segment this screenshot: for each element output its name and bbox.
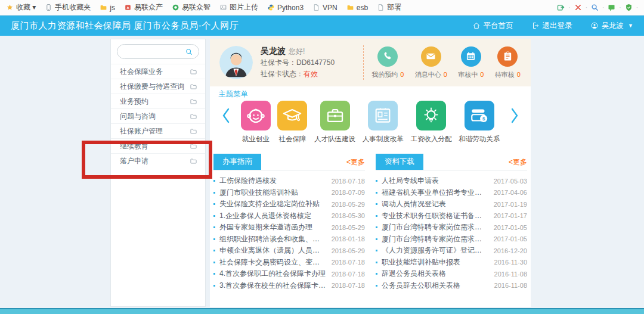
download-list-item[interactable]: 职业技能培训补贴申报表 2016-11-30 bbox=[376, 257, 527, 269]
bullet-icon bbox=[376, 250, 377, 251]
bookmark-item[interactable]: 易联众智 bbox=[172, 2, 210, 13]
theme-tile[interactable]: 社会保障 bbox=[277, 101, 307, 144]
platform-home-link[interactable]: 平台首页 bbox=[472, 21, 513, 31]
bookmark-item[interactable]: 图片上传 bbox=[219, 2, 258, 13]
sidebar-menu-item[interactable]: 落户申请 bbox=[111, 153, 205, 168]
download-list-item[interactable]: 福建省机关事业单位招考专业指导目录（... 2017-04-06 bbox=[376, 187, 527, 199]
guide-list-item[interactable]: 组织职业招聘洽谈会和收集、发布职业供... 2018-01-18 bbox=[213, 234, 365, 245]
bookmark-item[interactable]: js bbox=[100, 4, 115, 12]
item-title: 调动人员情况登记表 bbox=[382, 199, 494, 209]
shield-icon[interactable] bbox=[624, 3, 633, 12]
search-input[interactable] bbox=[123, 48, 185, 56]
close-icon[interactable] bbox=[574, 3, 583, 12]
guide-list: 工伤保险待遇核发 2018-07-18 厦门市职业技能培训补贴 2018-07-… bbox=[213, 175, 365, 291]
guide-list-item[interactable]: 工伤保险待遇核发 2018-07-18 bbox=[213, 175, 365, 187]
baby-face-icon bbox=[241, 101, 271, 130]
chevron-right-icon bbox=[510, 108, 519, 123]
bookmark-item[interactable]: Python3 bbox=[267, 4, 304, 12]
guide-list-item[interactable]: 4.首次参保职工的社会保障卡办理 2018-07-18 bbox=[213, 268, 365, 280]
theme-tile[interactable]: 就业创业 bbox=[241, 101, 271, 144]
stat-item[interactable]: 审核中0 bbox=[458, 46, 484, 79]
bookmark-label: 收藏 ▾ bbox=[16, 2, 36, 13]
theme-tile[interactable]: 人才队伍建设 bbox=[314, 101, 355, 144]
bookmark-item[interactable]: 手机收藏夹 bbox=[45, 2, 91, 13]
user-menu[interactable]: 吴龙波 ▼ bbox=[590, 21, 633, 31]
sidebar-menu-item[interactable]: 社会保障业务 bbox=[111, 64, 205, 79]
bookmark-label: VPN bbox=[323, 4, 338, 12]
theme-tile[interactable]: 人事制度改革 bbox=[363, 101, 404, 144]
stat-count: 0 bbox=[517, 71, 521, 78]
bookmark-item[interactable]: 收藏 ▾ bbox=[6, 2, 36, 13]
quick-stats: 我的预约0 消息中心0 审核中0 待审核0 bbox=[366, 46, 526, 79]
card-number-value: DD6147750 bbox=[296, 58, 335, 67]
bookmark-item[interactable]: VPN bbox=[312, 4, 338, 12]
profile-name: 吴龙波 bbox=[261, 46, 286, 55]
sidebar-menu-item[interactable]: 业务预约 bbox=[111, 94, 205, 108]
download-more-link[interactable]: <更多 bbox=[509, 157, 527, 170]
carousel-next-button[interactable] bbox=[507, 101, 522, 130]
guide-list-item[interactable]: 失业保险支持企业稳定岗位补贴 2018-05-29 bbox=[213, 198, 365, 210]
download-list-item[interactable]: 人社局专线申请表 2017-05-03 bbox=[376, 175, 527, 187]
screen: 收藏 ▾ 手机收藏夹 js 易联众产 bbox=[0, 0, 644, 314]
item-date: 2016-11-08 bbox=[494, 271, 527, 278]
bullet-icon bbox=[213, 226, 215, 228]
download-list-item[interactable]: 公务员辞去公职相关表格 2016-11-08 bbox=[376, 280, 527, 292]
envelope-icon bbox=[421, 46, 441, 67]
download-list-item[interactable]: 《人力资源服务许可证》登记事项变更申... 2016-12-20 bbox=[376, 245, 527, 257]
guide-list-item[interactable]: 1.企业参保人员退休资格核定 2018-05-30 bbox=[213, 210, 365, 222]
item-date: 2017-01-17 bbox=[494, 212, 527, 219]
bookmark-item[interactable]: 部署 bbox=[377, 2, 401, 13]
carousel-prev-button[interactable] bbox=[218, 101, 234, 130]
bullet-icon bbox=[213, 273, 215, 275]
guide-more-link[interactable]: <更多 bbox=[346, 157, 365, 170]
separator-dot: · bbox=[619, 4, 621, 11]
item-title: 厦门市台湾特聘专家岗位需求汇总表 bbox=[382, 222, 494, 232]
search-icon[interactable] bbox=[185, 48, 193, 56]
download-list-item[interactable]: 厦门市台湾特聘专家岗位需求信息表 2017-01-05 bbox=[376, 234, 527, 245]
bullet-icon bbox=[376, 285, 377, 287]
tile-label: 社会保障 bbox=[278, 135, 306, 144]
card-status-label: 社保卡状态： bbox=[261, 70, 304, 78]
download-list-item[interactable]: 专业技术职务任职资格证书备案表 2017-01-17 bbox=[376, 210, 527, 222]
download-list-item[interactable]: 辞退公务员相关表格 2016-11-08 bbox=[376, 268, 527, 280]
guide-list-item[interactable]: 3.首次参保在校生的社会保障卡办理 2018-07-18 bbox=[213, 280, 365, 292]
stat-item[interactable]: 我的预约0 bbox=[371, 46, 404, 79]
theme-tile[interactable]: $ 和谐劳动关系 bbox=[459, 101, 500, 144]
guide-list-item[interactable]: 社会保障卡交易密码设立、变更办理 2018-07-18 bbox=[213, 257, 365, 269]
item-title: 1.企业参保人员退休资格核定 bbox=[219, 211, 332, 221]
theme-tile[interactable]: 工资收入分配 bbox=[411, 101, 452, 144]
bookmark-item[interactable]: esb bbox=[346, 4, 368, 12]
item-date: 2018-07-18 bbox=[332, 282, 365, 289]
download-list-item[interactable]: 厦门市台湾特聘专家岗位需求汇总表 2017-01-05 bbox=[376, 222, 527, 234]
bookmark-item[interactable]: 易联众产 bbox=[124, 2, 163, 13]
stat-item[interactable]: 消息中心0 bbox=[415, 46, 447, 79]
sidebar-menu-item[interactable]: 继续教育 bbox=[111, 138, 205, 153]
clipboard-icon bbox=[497, 46, 518, 67]
screenshot-icon[interactable] bbox=[607, 3, 616, 12]
search-icon[interactable] bbox=[590, 3, 599, 12]
guide-list-item[interactable]: 厦门市职业技能培训补贴 2018-07-09 bbox=[213, 187, 365, 199]
stat-item[interactable]: 待审核0 bbox=[495, 46, 521, 79]
calendar-icon bbox=[461, 46, 481, 67]
sidebar: 社会保障业务 社保缴费与待遇查询 业务预约 问题与咨询 bbox=[110, 39, 206, 307]
separator-dot: · bbox=[568, 4, 570, 11]
card-number-label: 社保卡号： bbox=[261, 58, 296, 67]
guide-panel-tab[interactable]: 办事指南 bbox=[213, 154, 261, 170]
share-page-icon[interactable] bbox=[556, 3, 565, 12]
sidebar-menu-item[interactable]: 社保缴费与待遇查询 bbox=[111, 79, 205, 94]
sidebar-menu-item[interactable]: 问题与咨询 bbox=[111, 108, 205, 123]
sidebar-menu-item[interactable]: 社保账户管理 bbox=[111, 123, 205, 138]
guide-list-item[interactable]: 申领企业离退休（遗属）人员死亡丧葬费 2018-05-29 bbox=[213, 245, 365, 257]
id-card-icon bbox=[368, 101, 398, 130]
download-panel-tab[interactable]: 资料下载 bbox=[376, 154, 423, 170]
page-icon bbox=[312, 4, 320, 11]
theme-tiles: 就业创业 社会保障 人才队伍建设 bbox=[234, 101, 507, 144]
profile-info: 吴龙波您好! 社保卡号：DD6147750 社保卡状态：有效 bbox=[261, 45, 361, 80]
guide-list-item[interactable]: 外国专家短期来华邀请函办理 2018-05-29 bbox=[213, 222, 365, 234]
bullet-icon bbox=[376, 226, 377, 228]
download-list-item[interactable]: 调动人员情况登记表 2017-01-19 bbox=[376, 198, 527, 210]
menu-item-label: 继续教育 bbox=[120, 141, 148, 151]
item-title: 《人力资源服务许可证》登记事项变更申... bbox=[382, 245, 494, 256]
logout-link[interactable]: 退出登录 bbox=[531, 21, 572, 31]
profile-card: 吴龙波您好! 社保卡号：DD6147750 社保卡状态：有效 我的预约0 消息中… bbox=[210, 39, 531, 86]
